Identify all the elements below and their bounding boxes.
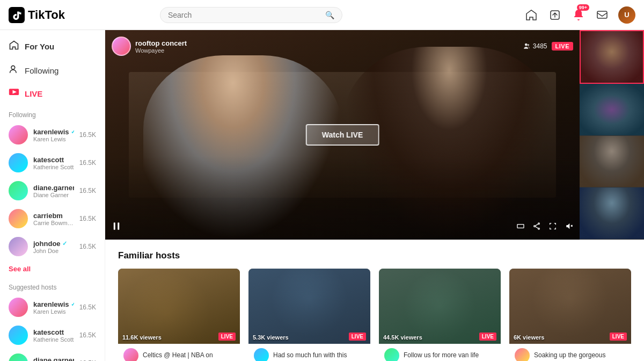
thumbnail-item[interactable] bbox=[580, 187, 644, 240]
live-nav-icon bbox=[9, 88, 19, 99]
avatar bbox=[9, 181, 28, 200]
home-icon bbox=[525, 9, 538, 21]
sidebar-item-following[interactable]: Following bbox=[0, 59, 105, 83]
svg-rect-0 bbox=[9, 7, 25, 23]
host-card-title: Follow us for more van life bbox=[404, 351, 479, 360]
sidebar: For You Following LIVE Following bbox=[0, 30, 105, 361]
follower-count: 16.5K bbox=[79, 215, 96, 222]
user-info: johndoe ✓ John Doe bbox=[33, 240, 74, 254]
avatar bbox=[9, 153, 28, 172]
thumbnail-item[interactable] bbox=[580, 84, 644, 136]
host-card-info: Soaking up the gorgeous bbox=[509, 344, 631, 361]
mute-icon bbox=[565, 222, 573, 230]
svg-line-15 bbox=[535, 227, 538, 228]
suggested-section-title: Suggested hosts bbox=[0, 277, 105, 293]
host-card-avatar bbox=[254, 348, 269, 361]
host-card[interactable]: 6K viewers LIVE Soaking up the gorgeous bbox=[509, 269, 631, 361]
notification-icon-button[interactable]: 99+ bbox=[571, 8, 586, 23]
avatar bbox=[9, 353, 28, 361]
host-card-thumbnail: 44.5K viewers LIVE bbox=[379, 269, 501, 344]
verified-icon: ✓ bbox=[62, 240, 67, 247]
user-display-name: Katherine Scott bbox=[33, 164, 74, 170]
stream-avatar bbox=[112, 37, 131, 56]
follower-count: 16.5K bbox=[79, 243, 96, 250]
fullscreen-button[interactable] bbox=[548, 222, 557, 233]
host-card[interactable]: 44.5K viewers LIVE Follow us for more va… bbox=[379, 269, 501, 361]
header: TikTok 🔍 99+ bbox=[0, 0, 644, 30]
upload-icon-button[interactable] bbox=[547, 8, 562, 23]
user-avatar[interactable]: U bbox=[618, 6, 635, 24]
logo[interactable]: TikTok bbox=[9, 7, 65, 23]
main-content: rooftop concert Wowpayee 3 bbox=[105, 30, 644, 361]
stream-title: rooftop concert bbox=[135, 39, 187, 47]
stream-username: Wowpayee bbox=[135, 47, 187, 54]
avatar bbox=[9, 298, 28, 317]
following-label: Following bbox=[25, 66, 58, 75]
share-button[interactable] bbox=[532, 222, 541, 233]
svg-point-12 bbox=[534, 226, 536, 227]
user-info: carriebm Carrie Bowman bbox=[33, 212, 74, 226]
thumbnail-item[interactable] bbox=[580, 30, 644, 84]
host-card-info: Had so much fun with this bbox=[248, 344, 370, 361]
svg-point-11 bbox=[538, 223, 540, 225]
user-display-name: Carrie Bowman bbox=[33, 220, 74, 226]
header-right: 99+ U bbox=[524, 6, 635, 24]
list-item[interactable]: johndoe ✓ John Doe 16.5K bbox=[0, 233, 105, 261]
avatar bbox=[9, 326, 28, 345]
follower-count: 16.5K bbox=[79, 159, 96, 167]
user-info: katescott Katherine Scott bbox=[33, 156, 74, 170]
svg-rect-8 bbox=[114, 222, 115, 230]
for-you-label: For You bbox=[25, 42, 54, 51]
avatar bbox=[9, 209, 28, 228]
list-item[interactable]: katescott Katherine Scott 16.5K bbox=[0, 149, 105, 177]
svg-point-7 bbox=[527, 44, 529, 46]
list-item[interactable]: carriebm Carrie Bowman 16.5K bbox=[0, 205, 105, 233]
main-layout: For You Following LIVE Following bbox=[0, 30, 644, 361]
follower-count: 16.5K bbox=[79, 131, 96, 139]
host-card-thumbnail: 5.3K viewers LIVE bbox=[248, 269, 370, 344]
user-handle: diane.garner ✓ bbox=[33, 184, 74, 192]
home-icon-button[interactable] bbox=[524, 8, 539, 23]
host-card-info: Follow us for more van life bbox=[379, 344, 501, 361]
live-badge: LIVE bbox=[552, 42, 573, 50]
sidebar-item-live[interactable]: LIVE bbox=[0, 83, 105, 105]
host-card[interactable]: 5.3K viewers LIVE Had so much fun with t… bbox=[248, 269, 370, 361]
search-bar[interactable]: 🔍 bbox=[160, 7, 342, 23]
host-cards: 11.6K viewers LIVE Celtics @ Heat | NBA … bbox=[118, 269, 631, 361]
viewers-icon bbox=[523, 42, 531, 50]
user-info: diane.garner ✓ Diane Garner bbox=[33, 356, 74, 362]
thumbnail-image bbox=[581, 31, 643, 83]
verified-icon: ✓ bbox=[71, 128, 74, 135]
host-card-title: Soaking up the gorgeous bbox=[534, 351, 605, 360]
host-card[interactable]: 11.6K viewers LIVE Celtics @ Heat | NBA … bbox=[118, 269, 240, 361]
main-player[interactable]: rooftop concert Wowpayee 3 bbox=[105, 30, 580, 240]
following-nav-icon bbox=[9, 64, 19, 77]
messages-icon-button[interactable] bbox=[595, 8, 610, 23]
thumbnail-item[interactable] bbox=[580, 136, 644, 188]
user-display-name: Karen Lewis bbox=[33, 308, 74, 315]
user-handle: katescott bbox=[33, 328, 74, 336]
list-item[interactable]: karenlewis ✓ Karen Lewis 16.5K bbox=[0, 293, 105, 321]
sidebar-item-for-you[interactable]: For You bbox=[0, 34, 105, 59]
list-item[interactable]: karenlewis ✓ Karen Lewis 16.5K bbox=[0, 121, 105, 149]
viewer-count: 3485 bbox=[523, 42, 547, 50]
expand-button[interactable] bbox=[516, 222, 525, 233]
search-input[interactable] bbox=[168, 11, 321, 19]
see-all-link[interactable]: See all bbox=[0, 261, 105, 277]
host-viewer-count: 44.5K viewers bbox=[383, 334, 422, 341]
player-top-bar: rooftop concert Wowpayee 3 bbox=[112, 37, 573, 56]
host-viewer-count: 5.3K viewers bbox=[253, 334, 289, 341]
familiar-hosts-section: Familiar hosts 11.6K viewers LIVE Celtic… bbox=[105, 240, 644, 361]
host-card-row: Soaking up the gorgeous bbox=[515, 348, 626, 361]
user-display-name: Katherine Scott bbox=[33, 336, 74, 343]
host-card-avatar bbox=[515, 348, 530, 361]
pause-button[interactable] bbox=[112, 221, 121, 233]
fullscreen-icon bbox=[548, 222, 557, 230]
mute-button[interactable] bbox=[565, 222, 573, 233]
list-item[interactable]: katescott Katherine Scott 16.5K bbox=[0, 321, 105, 349]
host-live-badge: LIVE bbox=[349, 333, 366, 341]
list-item[interactable]: diane.garner ✓ Diane Garner 16.5K bbox=[0, 177, 105, 205]
list-item[interactable]: diane.garner ✓ Diane Garner 16.5K bbox=[0, 349, 105, 361]
watch-live-button[interactable]: Watch LIVE bbox=[306, 124, 379, 146]
right-controls bbox=[516, 222, 573, 233]
